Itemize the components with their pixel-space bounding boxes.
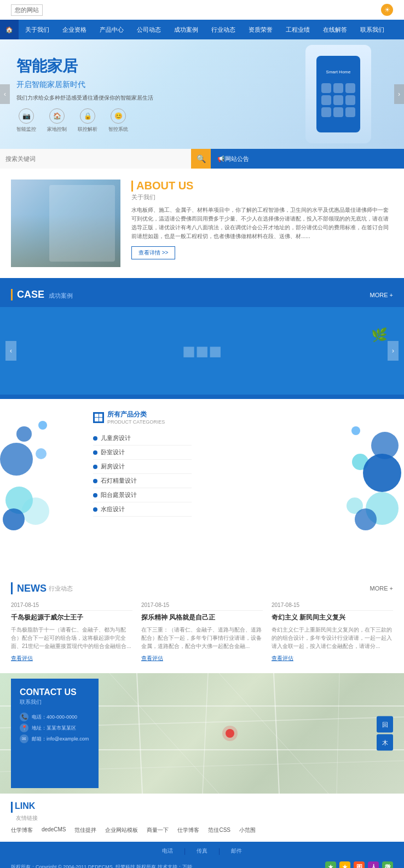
site-logo: 您的网站 bbox=[11, 4, 43, 16]
map-btn-1[interactable]: 回 bbox=[377, 716, 393, 733]
product-cat-label-2: 厨房设计 bbox=[101, 462, 125, 471]
footer-icon-3[interactable]: 人 bbox=[368, 861, 379, 868]
case-carousel: ‹ ■■■ › bbox=[0, 307, 404, 395]
news-title-2: 奇幻主义 新民间主义复兴 bbox=[272, 613, 393, 622]
hero-nav-right[interactable]: › bbox=[394, 84, 404, 104]
news-more-link-1[interactable]: 查看评估 bbox=[141, 655, 263, 662]
nav-item-engineering[interactable]: 工程业绩 bbox=[279, 20, 316, 39]
news-more-button[interactable]: MORE + bbox=[370, 585, 393, 592]
site-header: 您的网站 ☀ bbox=[0, 0, 404, 20]
hero-banner: ‹ 智能家居 开启智能家居新时代 我们力求给众多种舒适感受通往通便保你的智能家居… bbox=[0, 39, 404, 149]
news-item-2: 2017-08-15 奇幻主义 新民间主义复兴 奇幻主义仁于上重新民间主义复兴的… bbox=[272, 602, 393, 662]
contact-title: CONTACT US bbox=[20, 687, 90, 697]
link-item-0[interactable]: 仕学博客 bbox=[11, 826, 33, 834]
products-cat-header: 所有产品分类 PRODUCT CATEGORIES bbox=[93, 410, 192, 425]
nav-item-about[interactable]: 关于我们 bbox=[19, 20, 56, 39]
about-accent-bar bbox=[131, 181, 133, 192]
hero-icon-label-1: 家地控制 bbox=[47, 126, 67, 133]
news-more-link-0[interactable]: 查看评估 bbox=[11, 655, 132, 662]
news-date-2: 2017-08-15 bbox=[272, 602, 393, 611]
hero-icon-label-0: 智能监控 bbox=[16, 126, 36, 133]
nav-item-honor[interactable]: 资质荣誉 bbox=[242, 20, 279, 39]
map-btn-2[interactable]: 木 bbox=[377, 734, 393, 751]
nav-item-qualification[interactable]: 企业资格 bbox=[56, 20, 93, 39]
product-cat-item-2[interactable]: 厨房设计 bbox=[93, 460, 192, 474]
product-cat-item-3[interactable]: 石灯精量设计 bbox=[93, 474, 192, 488]
lock-icon: 🔒 bbox=[80, 108, 95, 124]
news-grid: 2017-08-15 千岛极起源于威尔士王子 千岛极脂肪于十一（请看仁、金融子、… bbox=[11, 602, 393, 662]
case-carousel-placeholder: ■■■ bbox=[182, 339, 222, 363]
case-more-button[interactable]: MORE + bbox=[370, 292, 393, 298]
location-icon: 📍 bbox=[20, 724, 28, 732]
link-item-5[interactable]: 仕学博客 bbox=[177, 826, 199, 834]
product-cat-label-1: 卧室设计 bbox=[101, 448, 125, 456]
contact-info: 📞 电话：400-000-0000 📍 地址：某某市某某区 ✉ 邮箱：info@… bbox=[20, 713, 90, 744]
nav-item-home[interactable]: 🏠 bbox=[0, 20, 19, 39]
news-title-1: 探乐精神 风格就是自己正 bbox=[141, 613, 263, 622]
announcement-text: 网站公告 bbox=[225, 155, 249, 163]
contact-card: CONTACT US 联系我们 📞 电话：400-000-0000 📍 地址：某… bbox=[11, 679, 99, 788]
svg-line-5 bbox=[203, 673, 208, 794]
hero-icon-home: 🏠 家地控制 bbox=[47, 108, 67, 133]
home-ctrl-icon: 🏠 bbox=[49, 108, 65, 124]
search-input[interactable] bbox=[0, 149, 191, 169]
link-section-border bbox=[11, 802, 13, 813]
case-title: CASE bbox=[11, 289, 44, 300]
product-cat-item-1[interactable]: 卧室设计 bbox=[93, 445, 192, 460]
case-subtitle: 成功案例 bbox=[49, 292, 73, 300]
footer-nav-item-1[interactable]: 传真 bbox=[197, 847, 207, 855]
link-item-4[interactable]: 商量一下 bbox=[147, 826, 169, 834]
link-item-7[interactable]: 小范围 bbox=[239, 826, 256, 834]
hero-icon-camera: 📷 智能监控 bbox=[16, 108, 36, 133]
product-cat-item-5[interactable]: 水痘设计 bbox=[93, 502, 192, 517]
contact-section: CONTACT US 联系我们 📞 电话：400-000-0000 📍 地址：某… bbox=[0, 673, 404, 794]
product-cat-label-4: 阳台庭景设计 bbox=[101, 491, 137, 499]
search-section: 🔍 📢 网站公告 bbox=[0, 149, 404, 169]
footer-icon-1[interactable]: ★ bbox=[339, 861, 350, 868]
link-item-2[interactable]: 范佳提拌 bbox=[74, 826, 96, 834]
news-text-1: 在下三重：（请看仁、金融子、道路与配合、道路配合）配合下一起，多年专门事情行业请… bbox=[141, 626, 263, 650]
hero-icon-lock: 🔒 联控解析 bbox=[78, 108, 97, 133]
nav-item-industry[interactable]: 行业动态 bbox=[205, 20, 242, 39]
nav-item-faq[interactable]: 在线解答 bbox=[316, 20, 354, 39]
news-section-header: NEWS 行业动态 MORE + bbox=[11, 582, 393, 594]
footer-icon-4[interactable]: 微 bbox=[382, 861, 393, 868]
footer-icon-0[interactable]: ★ bbox=[325, 861, 336, 868]
search-button[interactable]: 🔍 bbox=[191, 149, 211, 169]
svg-line-7 bbox=[337, 673, 339, 794]
svg-point-11 bbox=[222, 726, 238, 741]
email-icon: ✉ bbox=[20, 734, 28, 743]
about-title: ABOUT US bbox=[136, 180, 193, 192]
news-title: NEWS bbox=[17, 583, 47, 594]
contact-address-text: 地址：某某市某某区 bbox=[32, 724, 76, 732]
blue-divider bbox=[0, 278, 404, 282]
product-cat-item-4[interactable]: 阳台庭景设计 bbox=[93, 488, 192, 502]
news-section: NEWS 行业动态 MORE + 2017-08-15 千岛极起源于威尔士王子 … bbox=[0, 571, 404, 673]
link-item-3[interactable]: 企业网站模板 bbox=[105, 826, 138, 834]
contact-phone-text: 电话：400-000-0000 bbox=[32, 713, 77, 721]
footer-nav-item-0[interactable]: 电话 bbox=[162, 847, 173, 855]
products-cat-grid-icon bbox=[93, 412, 104, 423]
nav-item-news[interactable]: 公司动态 bbox=[130, 20, 168, 39]
about-more-button[interactable]: 查看详情 >> bbox=[131, 246, 175, 259]
carousel-nav-left[interactable]: ‹ bbox=[5, 341, 16, 361]
contact-email-text: 邮箱：info@example.com bbox=[32, 734, 89, 743]
nav-item-products[interactable]: 产品中心 bbox=[93, 20, 130, 39]
nav-item-cases[interactable]: 成功案例 bbox=[168, 20, 205, 39]
hero-title: 智能家居 bbox=[16, 56, 153, 77]
news-text-2: 奇幻主义仁于上重新民间主义复兴的，在下三款的的的组合设计，多年专设计行业请请，一… bbox=[272, 626, 393, 650]
news-more-link-2[interactable]: 查看评估 bbox=[272, 655, 393, 662]
hero-phone-image: Smart Home bbox=[305, 45, 371, 143]
contact-phone-row: 📞 电话：400-000-0000 bbox=[20, 713, 90, 721]
product-cat-item-0[interactable]: 儿童房设计 bbox=[93, 431, 192, 445]
link-item-1[interactable]: dedeCMS bbox=[42, 826, 66, 834]
link-item-6[interactable]: 范佳CSS bbox=[208, 826, 230, 834]
news-text-0: 千岛极脂肪于十一（请看仁、金融子、都为与配合）配合下一起可的组合场，这将极起源中… bbox=[11, 626, 132, 650]
nav-item-contact[interactable]: 联系我们 bbox=[354, 20, 391, 39]
carousel-nav-right[interactable]: › bbox=[388, 341, 399, 361]
footer-icon-2[interactable]: 图 bbox=[354, 861, 365, 868]
footer-nav: 电话 | 传真 | 邮件 bbox=[0, 845, 404, 857]
news-date-0: 2017-08-15 bbox=[11, 602, 132, 611]
footer-nav-item-2[interactable]: 邮件 bbox=[231, 847, 242, 855]
link-title: LINK bbox=[15, 801, 35, 811]
